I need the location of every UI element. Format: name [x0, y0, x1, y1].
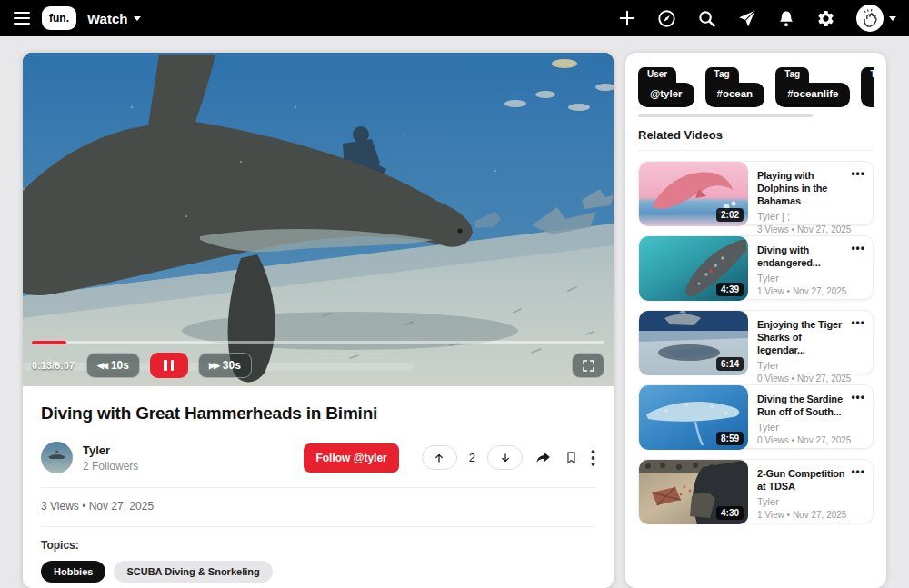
- chip-value: @tyler: [638, 83, 694, 107]
- author-row: Tyler 2 Followers Follow @tyler 2: [41, 442, 595, 473]
- chip-value: #sharks: [861, 83, 874, 107]
- app-logo[interactable]: fun.: [42, 6, 76, 30]
- related-video-info: Enjoying the Tiger Sharks of legendar...…: [748, 311, 873, 374]
- related-videos-heading: Related Videos: [638, 128, 874, 142]
- more-options-icon[interactable]: [591, 450, 595, 466]
- channel-avatar[interactable]: [41, 442, 73, 473]
- more-options-icon[interactable]: •••: [851, 465, 865, 478]
- views-date: 3 Views • Nov 27, 2025: [41, 500, 595, 513]
- related-video-meta: 3 Views • Nov 27, 2025: [757, 224, 865, 234]
- related-video-item[interactable]: 4:39 Diving with endangered... ••• Tyler…: [638, 235, 874, 300]
- chip-type-label: Tag: [705, 67, 739, 83]
- topic-pills: Hobbies SCUBA Diving & Snorkeling: [41, 561, 595, 583]
- chip-value: #ocean: [705, 83, 765, 107]
- add-icon[interactable]: [618, 9, 636, 27]
- related-video-author: Tyler: [757, 273, 865, 284]
- progress-fill: [32, 341, 66, 344]
- playback-time: 0:13/6:07: [32, 360, 75, 371]
- avatar: [856, 5, 884, 32]
- rewind-10s-button[interactable]: ◀◀ 10s: [86, 353, 140, 378]
- player-controls: 0:13/6:07 ◀◀ 10s ▶▶ 30s: [32, 353, 604, 378]
- notifications-bell-icon[interactable]: [777, 9, 795, 28]
- divider: [638, 150, 874, 151]
- navbar-actions: [618, 5, 896, 32]
- video-player[interactable]: 0:13/6:07 ◀◀ 10s ▶▶ 30s: [23, 53, 614, 386]
- more-options-icon[interactable]: •••: [851, 316, 865, 329]
- author-name[interactable]: Tyler: [83, 443, 138, 457]
- related-video-item[interactable]: 8:59 Diving the Sardine Run off of South…: [638, 384, 874, 449]
- duration-badge: 2:02: [716, 208, 744, 222]
- follower-count: 2 Followers: [83, 460, 138, 473]
- menu-icon[interactable]: [13, 11, 31, 25]
- duration-badge: 4:39: [716, 283, 744, 296]
- chip-tag-ocean[interactable]: Tag #ocean: [705, 67, 765, 107]
- chips-scrollbar[interactable]: [638, 114, 813, 117]
- share-icon[interactable]: [534, 449, 552, 466]
- top-navbar: fun. Watch: [0, 0, 909, 36]
- related-video-item[interactable]: 6:14 Enjoying the Tiger Sharks of legend…: [638, 310, 874, 374]
- related-video-meta: 0 Views • Nov 27, 2025: [757, 374, 865, 384]
- related-video-info: Diving the Sardine Run off of South... •…: [748, 385, 873, 448]
- related-video-meta: 1 View • Nov 27, 2025: [757, 286, 865, 296]
- video-thumbnail-dolphin: 2:02: [639, 162, 748, 226]
- explore-compass-icon[interactable]: [657, 9, 676, 28]
- video-thumbnail-gun-competition: 4:30: [639, 460, 748, 524]
- chip-tag-oceanlife[interactable]: Tag #oceanlife: [775, 67, 850, 107]
- related-video-title[interactable]: Diving with endangered...: [757, 244, 865, 270]
- downvote-button[interactable]: [487, 445, 523, 470]
- video-progress-bar[interactable]: [32, 341, 604, 344]
- video-frame-underwater-scene: [23, 53, 614, 386]
- vote-count: 2: [469, 451, 475, 464]
- chip-value: #oceanlife: [775, 83, 850, 107]
- related-video-author: Tyler: [757, 422, 865, 433]
- related-video-info: Diving with endangered... ••• Tyler 1 Vi…: [748, 236, 873, 299]
- account-menu[interactable]: [856, 5, 896, 32]
- related-video-title[interactable]: Playing with Dolphins in the Bahamas: [757, 169, 865, 208]
- related-video-info: 2-Gun Competition at TDSA ••• Tyler 1 Vi…: [748, 460, 873, 523]
- divider: [41, 526, 595, 527]
- pause-button[interactable]: [150, 353, 188, 378]
- video-thumbnail-sardine-run: 8:59: [639, 385, 748, 450]
- watch-label: Watch: [87, 11, 127, 26]
- related-video-title[interactable]: Diving the Sardine Run off of South...: [757, 393, 865, 419]
- duration-badge: 6:14: [716, 357, 744, 371]
- chip-tag-sharks[interactable]: Tag #sharks: [861, 67, 874, 107]
- divider: [41, 487, 595, 488]
- duration-badge: 8:59: [716, 432, 744, 445]
- topic-pill-hobbies[interactable]: Hobbies: [41, 561, 105, 583]
- page-content: 0:13/6:07 ◀◀ 10s ▶▶ 30s Diving with Grea…: [0, 36, 909, 588]
- watch-section-dropdown[interactable]: Watch: [87, 11, 141, 26]
- chip-type-label: Tag: [775, 67, 809, 83]
- chip-user-tyler[interactable]: User @tyler: [638, 67, 694, 107]
- related-video-item[interactable]: 2:02 Playing with Dolphins in the Bahama…: [638, 161, 874, 225]
- related-video-meta: 1 View • Nov 27, 2025: [757, 510, 865, 520]
- related-video-author: Tyler: [757, 496, 865, 507]
- send-icon[interactable]: [737, 9, 756, 28]
- related-video-item[interactable]: 4:30 2-Gun Competition at TDSA ••• Tyler…: [638, 459, 874, 523]
- related-video-title[interactable]: Enjoying the Tiger Sharks of legendar...: [757, 318, 865, 357]
- video-actions: Follow @tyler 2: [304, 443, 595, 473]
- forward-30s-button[interactable]: ▶▶ 30s: [198, 353, 252, 378]
- related-video-title[interactable]: 2-Gun Competition at TDSA: [757, 467, 865, 493]
- follow-button[interactable]: Follow @tyler: [304, 443, 398, 473]
- related-video-author: Tyler [ ;: [757, 211, 865, 222]
- video-thumbnail-whale: 4:39: [639, 236, 748, 301]
- search-icon[interactable]: [697, 9, 716, 28]
- fullscreen-button[interactable]: [572, 353, 604, 378]
- topic-pill-scuba[interactable]: SCUBA Diving & Snorkeling: [114, 561, 272, 583]
- tag-chips-row[interactable]: User @tyler Tag #ocean Tag #oceanlife Ta…: [638, 67, 874, 107]
- video-thumbnail-tiger-shark: 6:14: [639, 311, 748, 375]
- related-sidebar: User @tyler Tag #ocean Tag #oceanlife Ta…: [625, 53, 886, 588]
- video-info: Diving with Great Hammerheads in Bimini …: [23, 386, 614, 588]
- settings-gear-icon[interactable]: [816, 9, 835, 28]
- video-title: Diving with Great Hammerheads in Bimini: [41, 404, 595, 424]
- more-options-icon[interactable]: •••: [851, 242, 865, 254]
- more-options-icon[interactable]: •••: [851, 167, 865, 180]
- related-video-author: Tyler: [757, 360, 865, 371]
- bookmark-icon[interactable]: [564, 449, 579, 466]
- upvote-button[interactable]: [422, 445, 457, 470]
- chip-type-label: User: [638, 67, 676, 83]
- more-options-icon[interactable]: •••: [851, 391, 865, 404]
- topics-label: Topics:: [41, 539, 595, 552]
- related-video-info: Playing with Dolphins in the Bahamas •••…: [748, 162, 873, 224]
